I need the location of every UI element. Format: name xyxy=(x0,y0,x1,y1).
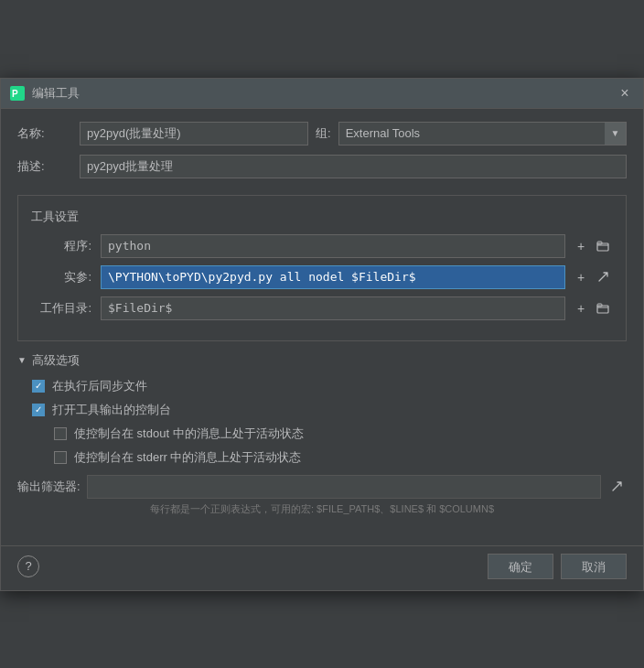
program-input[interactable] xyxy=(101,234,565,258)
program-folder-button[interactable] xyxy=(593,236,613,256)
name-label: 名称: xyxy=(17,125,72,142)
cb4-checkbox[interactable] xyxy=(54,451,67,464)
args-input[interactable] xyxy=(101,265,565,289)
advanced-section: ▼ 高级选项 在执行后同步文件 打开工具输出的控制台 使控制台在 stdout … xyxy=(17,352,627,466)
tool-settings-section: 工具设置 程序: + 实参: xyxy=(17,195,627,341)
args-expand-button[interactable] xyxy=(593,267,613,287)
workdir-folder-button[interactable] xyxy=(593,298,613,318)
output-filter-row: 输出筛选器: xyxy=(17,475,627,499)
dialog-body: 名称: 组: External Tools ▼ 描述: 工具设置 程序: xyxy=(1,109,643,538)
group-select[interactable]: External Tools xyxy=(338,122,627,145)
args-row: 实参: + xyxy=(31,265,613,289)
cb1-label: 在执行后同步文件 xyxy=(52,378,147,394)
program-add-button[interactable]: + xyxy=(571,236,591,256)
workdir-row: 工作目录: + xyxy=(31,296,613,320)
program-icons: + xyxy=(571,236,613,256)
cb4-label: 使控制台在 stderr 中的消息上处于活动状态 xyxy=(74,449,301,466)
desc-input[interactable] xyxy=(80,155,627,178)
dialog-footer: ? 确定 取消 xyxy=(1,545,643,590)
program-row: 程序: + xyxy=(31,234,613,258)
output-filter-label: 输出筛选器: xyxy=(17,479,81,495)
workdir-add-button[interactable]: + xyxy=(571,298,591,318)
cb2-checkbox[interactable] xyxy=(32,404,45,416)
name-group-row: 名称: 组: External Tools ▼ xyxy=(17,122,627,145)
cb1-row: 在执行后同步文件 xyxy=(17,378,627,394)
cb2-row: 打开工具输出的控制台 xyxy=(17,402,627,418)
close-button[interactable]: × xyxy=(616,84,634,102)
desc-row: 描述: xyxy=(17,155,627,178)
output-hint: 每行都是一个正则表达式，可用的宏: $FILE_PATH$、$LINE$ 和 $… xyxy=(17,502,627,516)
title-bar: P 编辑工具 × xyxy=(1,79,643,109)
name-input[interactable] xyxy=(80,122,308,145)
output-expand-button[interactable] xyxy=(606,477,627,497)
group-select-wrap: External Tools ▼ xyxy=(338,122,627,145)
cb1-checkbox[interactable] xyxy=(32,380,45,393)
tool-settings-title: 工具设置 xyxy=(31,209,613,225)
cb3-row: 使控制台在 stdout 中的消息上处于活动状态 xyxy=(17,426,627,442)
desc-label: 描述: xyxy=(17,158,72,175)
group-label: 组: xyxy=(316,125,331,142)
advanced-title: 高级选项 xyxy=(32,352,80,369)
workdir-input[interactable] xyxy=(101,296,565,320)
workdir-label: 工作目录: xyxy=(31,300,95,317)
dialog-title: 编辑工具 xyxy=(32,85,616,102)
args-label: 实参: xyxy=(31,269,95,286)
edit-tools-dialog: P 编辑工具 × 名称: 组: External Tools ▼ 描述: xyxy=(0,78,644,591)
args-icons: + xyxy=(571,267,613,287)
cb3-label: 使控制台在 stdout 中的消息上处于活动状态 xyxy=(74,426,304,442)
advanced-header[interactable]: ▼ 高级选项 xyxy=(17,352,627,369)
help-button[interactable]: ? xyxy=(17,555,39,577)
cb4-row: 使控制台在 stderr 中的消息上处于活动状态 xyxy=(17,449,627,466)
cb2-label: 打开工具输出的控制台 xyxy=(52,402,171,418)
output-filter-input[interactable] xyxy=(87,475,601,499)
ok-button[interactable]: 确定 xyxy=(488,554,553,579)
svg-text:P: P xyxy=(12,89,18,99)
cb3-checkbox[interactable] xyxy=(54,427,67,440)
collapse-arrow-icon: ▼ xyxy=(17,355,27,365)
app-icon: P xyxy=(10,86,25,101)
cancel-button[interactable]: 取消 xyxy=(561,554,627,579)
workdir-icons: + xyxy=(571,298,613,318)
footer-buttons: 确定 取消 xyxy=(488,554,627,579)
args-add-button[interactable]: + xyxy=(571,267,591,287)
program-label: 程序: xyxy=(31,238,95,254)
